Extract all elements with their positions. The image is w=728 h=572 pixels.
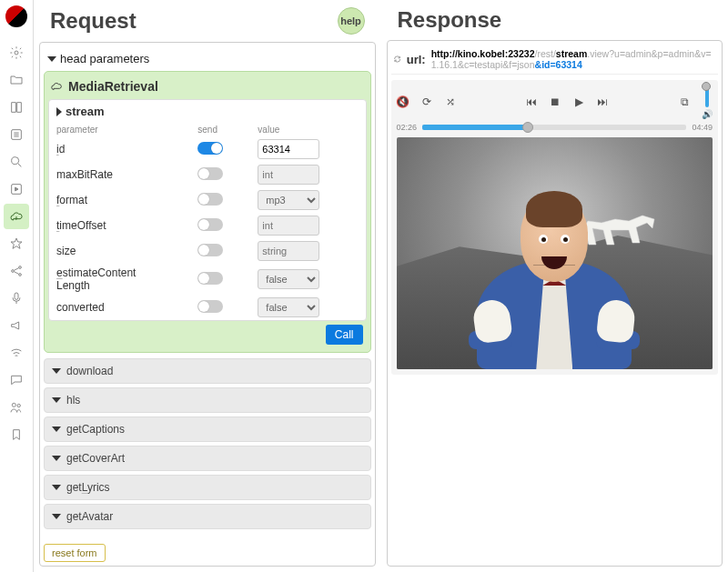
method-getavatar[interactable]: getAvatar	[44, 504, 371, 529]
mute-icon[interactable]: 🔇	[397, 95, 410, 108]
left-iconbar	[0, 0, 34, 572]
share-icon	[9, 264, 24, 278]
send-toggle-converted[interactable]	[197, 300, 223, 313]
progress-bar[interactable]	[422, 125, 686, 130]
send-toggle-maxbitrate[interactable]	[197, 167, 223, 180]
prev-icon[interactable]: ⏮	[525, 95, 538, 108]
nav-search[interactable]	[4, 149, 29, 175]
nav-wifi[interactable]	[4, 340, 29, 366]
svg-point-9	[17, 404, 20, 406]
send-toggle-size[interactable]	[197, 244, 223, 256]
nav-list[interactable]	[4, 122, 29, 147]
svg-point-0	[15, 51, 18, 55]
nav-book[interactable]	[4, 95, 29, 120]
request-title: Request	[50, 8, 136, 34]
mic-icon	[9, 291, 24, 306]
nav-cloud[interactable]	[4, 204, 29, 229]
response-title: Response	[398, 7, 502, 33]
value-input-timeoffset[interactable]	[258, 216, 319, 236]
nav-star[interactable]	[4, 231, 29, 256]
col-send: send	[190, 123, 250, 136]
bullhorn-icon	[9, 318, 24, 333]
svg-point-6	[19, 274, 22, 276]
svg-rect-7	[15, 293, 18, 299]
book-icon	[9, 100, 24, 115]
caret-down-icon	[52, 426, 61, 432]
method-toggle[interactable]: stream	[49, 100, 366, 123]
method-getcaptions[interactable]: getCaptions	[44, 416, 371, 442]
caret-down-icon	[47, 56, 56, 62]
media-retrieval-group: MediaRetrieval stream parameter send	[44, 71, 371, 353]
param-row: converted false	[49, 295, 366, 320]
send-toggle-id[interactable]	[197, 142, 223, 155]
help-button[interactable]: help	[338, 7, 365, 35]
cloud-icon	[50, 80, 63, 93]
speaker-icon: 🔊	[702, 109, 713, 119]
refresh-icon[interactable]	[393, 53, 401, 65]
list-icon	[9, 127, 24, 142]
cloud-icon	[9, 209, 24, 224]
media-player: 🔇 ⟳ ⤮ ⏮ ⏹ ▶ ⏭ ⧉	[391, 80, 719, 375]
value-input-maxbitrate[interactable]	[258, 165, 319, 185]
play-icon[interactable]: ▶	[572, 95, 585, 108]
nav-bullhorn[interactable]	[4, 313, 29, 338]
reset-form-button[interactable]: reset form	[44, 544, 106, 562]
nav-share[interactable]	[4, 258, 29, 284]
volume-control[interactable]: 🔊	[702, 84, 713, 119]
caret-down-icon	[52, 514, 61, 519]
stop-icon[interactable]: ⏹	[549, 95, 561, 108]
value-select-converted[interactable]: false	[258, 297, 319, 317]
send-toggle-format[interactable]	[197, 193, 223, 206]
time-current: 02:26	[397, 123, 418, 132]
svg-point-8	[12, 403, 15, 406]
nav-play[interactable]	[4, 176, 29, 202]
nav-chat[interactable]	[4, 367, 29, 393]
nav-gear[interactable]	[4, 40, 29, 65]
puppet-figure	[454, 187, 654, 369]
svg-point-5	[19, 266, 22, 269]
col-value: value	[250, 123, 365, 136]
call-button[interactable]: Call	[326, 325, 363, 345]
caret-down-icon	[52, 368, 61, 374]
nav-folder[interactable]	[4, 67, 29, 93]
gear-icon	[9, 45, 24, 60]
svg-point-4	[12, 270, 15, 273]
send-toggle-timeoffset[interactable]	[197, 218, 223, 231]
url-label: url:	[407, 53, 426, 66]
head-params-label: head parameters	[60, 52, 149, 65]
value-input-id[interactable]	[258, 139, 319, 159]
url-row: url: http://kino.kobel:23232/rest/stream…	[391, 45, 719, 75]
caret-right-icon	[56, 107, 62, 116]
value-select-format[interactable]: mp3	[258, 190, 319, 210]
method-hls[interactable]: hls	[44, 387, 371, 413]
request-panel: Request help head parameters MediaRetrie…	[39, 0, 376, 567]
star-icon	[9, 236, 24, 251]
app-logo	[5, 5, 27, 27]
nav-mic[interactable]	[4, 286, 29, 311]
nav-users[interactable]	[4, 395, 29, 420]
play-box-icon	[9, 182, 24, 196]
head-parameters-toggle[interactable]: head parameters	[44, 46, 371, 71]
shuffle-icon[interactable]: ⤮	[444, 95, 457, 108]
users-icon	[9, 400, 24, 415]
svg-point-2	[12, 157, 19, 165]
folder-icon	[9, 73, 24, 87]
method-getcoverart[interactable]: getCoverArt	[44, 446, 371, 471]
pip-icon[interactable]: ⧉	[678, 95, 691, 108]
value-input-size[interactable]	[258, 241, 319, 261]
method-getlyrics[interactable]: getLyrics	[44, 475, 371, 500]
group-title[interactable]: MediaRetrieval	[48, 75, 367, 97]
method-stream: stream parameter send value	[48, 99, 367, 321]
send-toggle-ecl[interactable]	[197, 272, 223, 285]
params-table: parameter send value id	[49, 123, 366, 320]
value-select-ecl[interactable]: false	[258, 269, 319, 289]
nav-bookmark[interactable]	[4, 422, 29, 447]
caret-down-icon	[52, 456, 61, 461]
chat-icon	[9, 373, 24, 387]
url-text: http://kino.kobel:23232/rest/stream.view…	[431, 48, 716, 70]
next-icon[interactable]: ⏭	[596, 95, 609, 108]
loop-icon[interactable]: ⟳	[420, 95, 433, 108]
video-output	[397, 137, 713, 369]
method-download[interactable]: download	[44, 358, 371, 384]
time-total: 04:49	[692, 123, 713, 132]
